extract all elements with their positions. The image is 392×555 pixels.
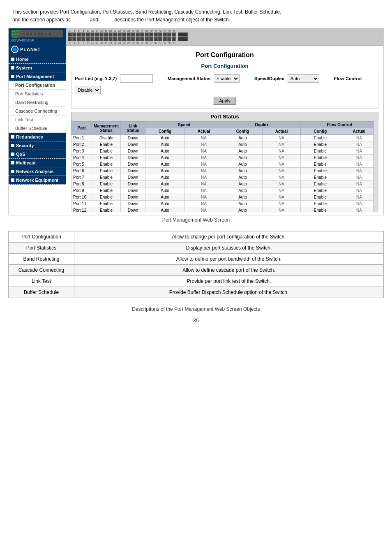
form-row: Port List (e.g. 1-3,7) Management Status… [75,74,375,94]
sidebar-sub-cascade-connecting[interactable]: Cascade Connecting [9,107,66,116]
th-speed-config: Config [145,128,185,135]
intro-line2-mid: and [90,17,98,23]
mgmt-status-select[interactable]: Enable Disable [214,74,240,83]
ports-top [68,32,176,37]
th-link: Link Status [121,122,145,135]
th-port: Port [71,122,92,135]
sidebar-sub-port-statistics[interactable]: Port Statistics [9,90,66,98]
speed-duplex-label: Speed/Duplex [254,76,284,81]
port-numbers-bottom: 1 3 5 7 9 11 13 15 17 19 21 23 25 27 [68,42,176,44]
sidebar-sub-buffer-schedule[interactable]: Buffer Schedule [9,124,66,133]
speed-duplex-select[interactable]: Auto 10M-Half 10M-Full 100M-Half 100M-Fu… [288,74,319,83]
th-flow-actual: Actual [340,128,378,135]
sidebar-item-redundancy[interactable]: Redundancy [9,133,66,141]
desc-table-row: Band RestrictingAllow to define per port… [9,254,384,265]
table-header-row-1: Port ManagementStatus Link Status Speed … [71,122,378,128]
sidebar-item-port-management[interactable]: Port Management [9,72,66,81]
table-row: Port 12EnableDownAutoNAAutoNAEnableNA [71,207,378,212]
sidebar: ●12/11●LFO●7/6 GSW-4804SP [9,28,66,215]
port-status-section: Port Status Port ManagementStatus Link S… [71,112,378,212]
sfp-ports [178,32,188,41]
device-image: ●12/11●LFO●7/6 [11,30,63,37]
flow-control-label: Flow Control [334,76,362,81]
planet-logo-text: PLANET [20,47,41,52]
desc-caption: Descriptions of the Port Management Web … [0,305,392,314]
th-flow: Flow Control [301,122,378,128]
flow-control-select[interactable]: Disable Enable [75,86,101,94]
th-speed-actual: Actual [184,128,223,135]
sidebar-sub-link-test[interactable]: Link Test [9,116,66,124]
port-row-top: ●12/11●LFO●7/6 [11,30,63,37]
port-numbers-top: 2 4 6 8 10 12 14 16 18 20 22 24 26 28 [68,30,176,32]
planet-globe-icon: 🌐 [11,46,18,53]
table-scroll-container[interactable]: Port ManagementStatus Link Status Speed … [71,121,378,212]
th-mgmt: ManagementStatus [92,122,121,135]
device-visual-header: 2 4 6 8 10 12 14 16 18 20 22 24 26 28 [66,28,383,46]
desc-table-body: Port ConfigurationAllow to change per po… [9,231,384,298]
device-label: ●12/11●LFO●7/6 [12,30,21,38]
th-duplex-config: Config [223,128,263,135]
table-row: Port 5EnableDownAutoNAAutoNAEnableNA [71,161,378,168]
port-table-body: Port 1DisableDownAutoNAAutoNAEnableNAPor… [71,135,378,212]
table-row: Port 4EnableDownAutoNAAutoNAEnableNA [71,155,378,161]
intro-line1: This section provides Port Configuration… [12,8,380,16]
desc-section: Port ConfigurationAllow to change per po… [8,231,384,298]
th-duplex-actual: Actual [262,128,300,135]
port-list-input[interactable] [120,74,153,83]
ports-display: 2 4 6 8 10 12 14 16 18 20 22 24 26 28 [68,30,176,44]
main-panel: ●12/11●LFO●7/6 GSW-4804SP [8,28,384,215]
sidebar-sub-port-configuration[interactable]: Port Configuration [9,81,66,90]
sidebar-item-network-equipment[interactable]: Network Equipment [9,176,66,185]
model-label: GSW-4804SP [11,38,63,42]
section-subtitle: Port Configuration [71,61,378,71]
screen-caption: Port Management Web Screen [0,215,392,224]
sidebar-item-qos[interactable]: QoS [9,150,66,159]
port-status-table: Port ManagementStatus Link Status Speed … [71,121,378,212]
page-title: Port Configuration [71,49,378,61]
table-row: Port 11EnableDownAutoNAAutoNAEnableNA [71,201,378,207]
mgmt-status-label: Management Status [168,76,210,81]
port-list-label: Port List (e.g. 1-3,7) [75,76,117,81]
ports-visual [22,32,51,35]
th-speed: Speed [145,122,223,128]
desc-table-row: Cascade ConnectingAllow to define cascad… [9,265,384,276]
apply-button[interactable]: Apply [213,97,236,105]
sidebar-nav: HomeSystemPort ManagementPort Configurat… [9,55,66,185]
sidebar-item-network-analysis[interactable]: Network Analysis [9,167,66,176]
intro-section: This section provides Port Configuration… [0,0,392,28]
page-number: -35- [0,314,392,328]
table-row: Port 2EnableDownAutoNAAutoNAEnableNA [71,141,378,148]
ports-bottom [68,37,176,41]
table-row: Port 6EnableDownAutoNAAutoNAEnableNA [71,168,378,174]
desc-table-row: Port ConfigurationAllow to change per po… [9,231,384,243]
sidebar-item-system[interactable]: System [9,64,66,72]
th-duplex: Duplex [223,122,301,128]
table-row: Port 3EnableDownAutoNAAutoNAEnableNA [71,148,378,155]
sidebar-item-home[interactable]: Home [9,55,66,64]
desc-table-row: Link TestProvide per port link test of t… [9,276,384,287]
sidebar-item-multicast[interactable]: Multicast [9,159,66,167]
desc-table: Port ConfigurationAllow to change per po… [8,231,384,298]
port-status-title: Port Status [71,112,378,121]
port-config-section: Port Configuration Port Configuration Po… [66,46,383,215]
table-row: Port 1DisableDownAutoNAAutoNAEnableNA [71,135,378,141]
sidebar-sub-band-restricting[interactable]: Band Restricting [9,98,66,107]
table-row: Port 8EnableDownAutoNAAutoNAEnableNA [71,181,378,187]
intro-line2-start: and the screen appears as [12,17,71,23]
scrollbar[interactable] [374,121,378,212]
intro-line2: and the screen appears as and describes … [12,16,380,24]
sidebar-header: ●12/11●LFO●7/6 GSW-4804SP [9,28,66,44]
table-row: Port 10EnableDownAutoNAAutoNAEnableNA [71,194,378,201]
sidebar-item-security[interactable]: Security [9,141,66,150]
device-ports-row: 2 4 6 8 10 12 14 16 18 20 22 24 26 28 [68,30,188,44]
config-form: Port List (e.g. 1-3,7) Management Status… [71,71,378,109]
desc-table-row: Port StatisticsDisplay per port statisti… [9,243,384,254]
planet-logo-row: 🌐 PLANET [9,44,66,55]
apply-row: Apply [75,97,375,105]
intro-line2-end: describes the Port Management object of … [115,17,230,23]
table-row: Port 9EnableDownAutoNAAutoNAEnableNA [71,187,378,194]
content-area: 2 4 6 8 10 12 14 16 18 20 22 24 26 28 [66,28,383,215]
table-row: Port 7EnableDownAutoNAAutoNAEnableNA [71,174,378,181]
desc-table-row: Buffer ScheduleProvide Buffer Dispatch S… [9,287,384,298]
th-flow-config: Config [301,128,340,135]
